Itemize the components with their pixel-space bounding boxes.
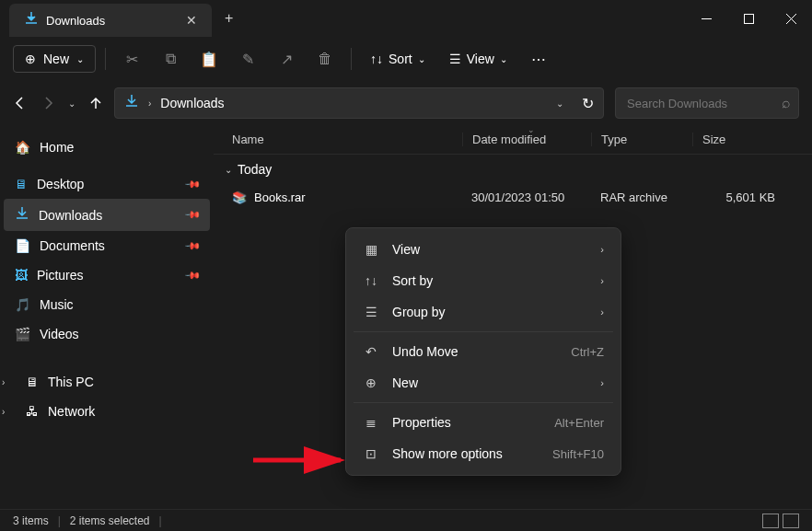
sidebar-item-documents[interactable]: 📄 Documents 📌: [4, 231, 210, 260]
column-size[interactable]: Size: [692, 133, 775, 146]
context-menu: ▦ View › ↑↓ Sort by › ☰ Group by › ↶ Und…: [345, 227, 621, 476]
context-properties[interactable]: ≣ Properties Alt+Enter: [352, 407, 615, 438]
column-date[interactable]: ⌄ Date modified: [462, 133, 591, 146]
pin-icon: 📌: [183, 175, 201, 192]
sort-button[interactable]: ↑↓ Sort ⌄: [361, 46, 435, 72]
new-tab-button[interactable]: +: [225, 10, 233, 27]
context-label: Show more options: [392, 446, 539, 461]
thumbnails-view-icon[interactable]: [783, 514, 799, 528]
up-button[interactable]: [88, 96, 103, 110]
minimize-button[interactable]: [685, 4, 727, 33]
toolbar: ⊕ New ⌄ ✂ ⧉ 📋 ✎ ↗ 🗑 ↑↓ Sort ⌄ ☰ View ⌄ ⋯: [0, 37, 812, 81]
sidebar-label: Downloads: [39, 208, 102, 223]
sidebar-label: Desktop: [37, 177, 84, 191]
navigation-bar: ⌄ › Downloads ⌄ ↻ ⌕: [0, 81, 812, 125]
new-label: New: [43, 52, 69, 66]
archive-icon: 📚: [232, 190, 247, 204]
sidebar-item-this-pc[interactable]: › 🖥 This PC: [4, 367, 210, 397]
context-shortcut: Ctrl+Z: [571, 345, 604, 359]
breadcrumb-location[interactable]: Downloads: [160, 96, 547, 110]
view-icon: ☰: [449, 52, 461, 66]
address-bar[interactable]: › Downloads ⌄ ↻: [114, 87, 604, 119]
sidebar-label: Videos: [40, 327, 79, 341]
copy-icon[interactable]: ⧉: [154, 42, 187, 75]
view-icon: ▦: [363, 242, 379, 257]
search-box[interactable]: ⌕: [615, 87, 799, 119]
file-date: 30/01/2023 01:50: [462, 190, 591, 204]
close-window-button[interactable]: [770, 4, 812, 33]
pin-icon: 📌: [183, 266, 201, 283]
properties-icon: ≣: [363, 415, 379, 430]
share-icon[interactable]: ↗: [270, 42, 303, 75]
view-button[interactable]: ☰ View ⌄: [440, 46, 516, 72]
new-button[interactable]: ⊕ New ⌄: [13, 45, 96, 73]
sort-icon: ↑↓: [363, 273, 379, 288]
context-sort-by[interactable]: ↑↓ Sort by ›: [352, 265, 615, 296]
recent-button[interactable]: ⌄: [68, 98, 75, 109]
group-icon: ☰: [363, 305, 379, 319]
chevron-right-icon: ›: [600, 377, 604, 388]
window-controls: [685, 4, 812, 33]
breadcrumb-separator: ›: [148, 98, 151, 109]
chevron-down-icon[interactable]: ⌄: [556, 98, 563, 109]
separator: |: [159, 514, 162, 527]
context-label: View: [392, 242, 587, 257]
group-label: Today: [238, 162, 272, 177]
music-icon: 🎵: [15, 297, 30, 312]
forward-button[interactable]: [41, 96, 55, 110]
file-name: Books.rar: [254, 190, 306, 204]
sidebar-item-desktop[interactable]: 🖥 Desktop 📌: [4, 169, 210, 199]
download-icon: [124, 94, 139, 112]
sidebar: 🏠 Home 🖥 Desktop 📌 Downloads 📌 📄 Documen…: [0, 125, 214, 511]
chevron-right-icon[interactable]: ›: [2, 407, 5, 417]
details-view-icon[interactable]: [762, 514, 779, 528]
sidebar-item-network[interactable]: › 🖧 Network: [4, 397, 210, 426]
column-headers: Name ⌄ Date modified Type Size: [214, 125, 812, 155]
status-bar: 3 items | 2 items selected |: [0, 509, 812, 531]
context-new[interactable]: ⊕ New ›: [352, 367, 615, 398]
column-type[interactable]: Type: [591, 133, 692, 146]
cut-icon[interactable]: ✂: [115, 42, 148, 75]
documents-icon: 📄: [15, 238, 30, 253]
close-tab-icon[interactable]: ✕: [186, 13, 197, 28]
sidebar-item-videos[interactable]: 🎬 Videos: [4, 319, 210, 349]
paste-icon[interactable]: 📋: [192, 42, 226, 75]
chevron-down-icon: ⌄: [225, 165, 232, 175]
view-mode-icons: [762, 514, 799, 528]
context-show-more[interactable]: ⊡ Show more options Shift+F10: [352, 438, 615, 469]
search-icon[interactable]: ⌕: [782, 95, 791, 111]
sidebar-item-home[interactable]: 🏠 Home: [4, 133, 210, 162]
sidebar-item-downloads[interactable]: Downloads 📌: [4, 199, 210, 231]
context-view[interactable]: ▦ View ›: [352, 234, 615, 265]
tab-downloads[interactable]: Downloads ✕: [9, 4, 212, 37]
pin-icon: 📌: [183, 237, 201, 254]
column-label: Date modified: [472, 133, 546, 146]
file-size: 5,601 KB: [692, 190, 775, 204]
chevron-right-icon[interactable]: ›: [2, 377, 5, 387]
context-label: Group by: [392, 305, 587, 319]
more-icon[interactable]: ⋯: [522, 42, 555, 75]
search-input[interactable]: [627, 97, 782, 110]
plus-circle-icon: ⊕: [363, 375, 379, 390]
status-item-count: 3 items: [13, 514, 49, 527]
divider: [354, 402, 613, 403]
chevron-down-icon: ⌄: [76, 54, 84, 64]
group-today[interactable]: ⌄ Today: [214, 155, 812, 184]
column-name[interactable]: Name: [232, 133, 462, 146]
plus-circle-icon: ⊕: [25, 52, 36, 66]
sidebar-item-pictures[interactable]: 🖼 Pictures 📌: [4, 260, 210, 290]
context-undo[interactable]: ↶ Undo Move Ctrl+Z: [352, 336, 615, 367]
divider: [351, 48, 352, 70]
rename-icon[interactable]: ✎: [231, 42, 264, 75]
download-icon: [15, 206, 29, 224]
back-button[interactable]: [13, 96, 28, 110]
file-row[interactable]: 📚 Books.rar 30/01/2023 01:50 RAR archive…: [214, 184, 812, 211]
view-label: View: [467, 52, 494, 66]
sidebar-item-music[interactable]: 🎵 Music: [4, 290, 210, 319]
context-group-by[interactable]: ☰ Group by ›: [352, 296, 615, 328]
refresh-icon[interactable]: ↻: [582, 95, 594, 112]
sidebar-label: Music: [40, 297, 74, 312]
delete-icon[interactable]: 🗑: [308, 42, 342, 75]
videos-icon: 🎬: [15, 327, 30, 341]
maximize-button[interactable]: [727, 4, 770, 33]
